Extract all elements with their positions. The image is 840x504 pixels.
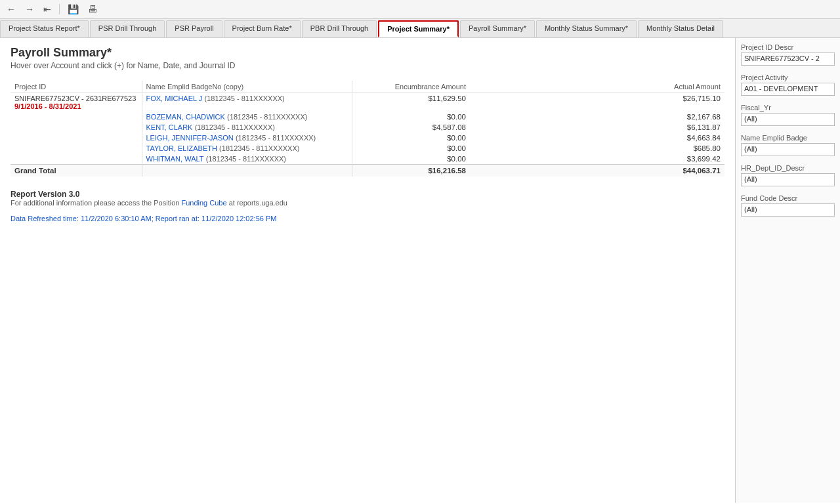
employee-name-cell-3: LEIGH, JENNIFER-JASON (1812345 - 811XXXX… [142, 133, 352, 143]
table-row: TAYLOR, ELIZABETH (1812345 - 811XXXXXX) … [10, 143, 724, 154]
employee-name-5[interactable]: WHITMAN, WALT [146, 155, 204, 163]
employee-name-0[interactable]: FOX, MICHAEL J [146, 94, 203, 102]
employee-name-2[interactable]: KENT, CLARK [146, 123, 193, 131]
employee-badge-1: (1812345 - 811XXXXXX) [227, 113, 307, 121]
tab-psr-drill-through[interactable]: PSR Drill Through [90, 20, 165, 37]
data-refreshed-text: Data Refreshed time: 11/2/2020 6:30:10 A… [10, 215, 724, 222]
tab-project-summary[interactable]: Project Summary* [378, 20, 459, 37]
filter-label-fiscal-yr: Fiscal_Yr [741, 104, 835, 112]
filter-value-project-id-descr[interactable]: SNIFARE677523CV - 2 [741, 52, 835, 66]
filter-label-project-activity: Project Activity [741, 74, 835, 81]
actual-cell-1: $2,167.68 [470, 112, 724, 122]
filter-label-name-emplid-badge: Name Emplid Badge [741, 134, 835, 142]
grand-total-encumbrance: $16,216.58 [352, 165, 470, 177]
actual-cell-3: $4,663.84 [470, 133, 724, 143]
filter-label-hr-dept-id-descr: HR_Dept_ID_Descr [741, 164, 835, 172]
table-header-row: Project ID Name Emplid BadgeNo (copy) En… [10, 81, 724, 93]
table-row: BOZEMAN, CHADWICK (1812345 - 811XXXXXX) … [10, 112, 724, 122]
forward-button[interactable]: → [22, 3, 37, 16]
project-id-empty-2 [10, 122, 142, 133]
project-date-range: 9/1/2016 - 8/31/2021 [14, 102, 138, 110]
employee-name-cell-0: FOX, MICHAEL J (1812345 - 811XXXXXX) [142, 93, 352, 112]
back-alt-button[interactable]: ⇤ [41, 3, 54, 16]
filter-name-emplid-badge: Name Emplid Badge (All) [741, 134, 835, 156]
col-header-encumbrance: Encumbrance Amount [352, 81, 470, 93]
employee-badge-4: (1812345 - 811XXXXXX) [219, 144, 299, 152]
employee-name-cell-5: WHITMAN, WALT (1812345 - 811XXXXXX) [142, 154, 352, 165]
filter-value-project-activity[interactable]: A01 - DEVELOPMENT [741, 83, 835, 96]
encumbrance-cell-5: $0.00 [352, 154, 470, 165]
filter-hr-dept-id-descr: HR_Dept_ID_Descr (All) [741, 164, 835, 186]
table-row: LEIGH, JENNIFER-JASON (1812345 - 811XXXX… [10, 133, 724, 143]
project-id-empty-1 [10, 112, 142, 122]
col-header-actual: Actual Amount [470, 81, 724, 93]
tab-payroll-summary[interactable]: Payroll Summary* [460, 20, 535, 37]
page-subtitle: Hover over Account and click (+) for Nam… [10, 61, 724, 70]
col-header-name-emplid: Name Emplid BadgeNo (copy) [142, 81, 352, 93]
actual-cell-4: $685.80 [470, 143, 724, 154]
filter-fiscal-yr: Fiscal_Yr (All) [741, 104, 835, 126]
employee-badge-3: (1812345 - 811XXXXXX) [236, 134, 316, 142]
filter-label-fund-code-descr: Fund Code Descr [741, 194, 835, 202]
grand-total-actual: $44,063.71 [470, 165, 724, 177]
project-id-empty-4 [10, 143, 142, 154]
tab-monthly-status-summary[interactable]: Monthly Status Summary* [536, 20, 637, 37]
employee-name-4[interactable]: TAYLOR, ELIZABETH [146, 144, 217, 152]
employee-name-cell-2: KENT, CLARK (1812345 - 811XXXXXX) [142, 122, 352, 133]
funding-cube-link[interactable]: Funding Cube [181, 199, 226, 207]
filter-project-id-descr: Project ID Descr SNIFARE677523CV - 2 [741, 43, 835, 66]
tab-psr-payroll[interactable]: PSR Payroll [166, 20, 222, 37]
grand-total-row: Grand Total $16,216.58 $44,063.71 [10, 165, 724, 177]
filter-value-hr-dept-id-descr[interactable]: (All) [741, 173, 835, 186]
payroll-table: Project ID Name Emplid BadgeNo (copy) En… [10, 81, 724, 177]
project-id-text: SNIFARE677523CV - 2631RE677523 [14, 94, 138, 102]
filter-value-fiscal-yr[interactable]: (All) [741, 113, 835, 126]
actual-cell-2: $6,131.87 [470, 122, 724, 133]
encumbrance-cell-1: $0.00 [352, 112, 470, 122]
save-button[interactable]: 💾 [65, 3, 81, 16]
grand-total-name-empty [142, 165, 352, 177]
note-suffix: at reports.uga.edu [227, 199, 287, 207]
note-prefix: For additional information please access… [10, 199, 181, 207]
table-row: SNIFARE677523CV - 2631RE677523 9/1/2016 … [10, 93, 724, 112]
table-row: KENT, CLARK (1812345 - 811XXXXXX) $4,587… [10, 122, 724, 133]
content-area: Payroll Summary* Hover over Account and … [0, 38, 735, 503]
filter-fund-code-descr: Fund Code Descr (All) [741, 194, 835, 217]
actual-cell-0: $26,715.10 [470, 93, 724, 112]
toolbar: ← → ⇤ 💾 🖶 [0, 0, 840, 19]
employee-badge-2: (1812345 - 811XXXXXX) [195, 123, 275, 131]
project-id-cell: SNIFARE677523CV - 2631RE677523 9/1/2016 … [10, 93, 142, 112]
employee-badge-0: (1812345 - 811XXXXXX) [204, 94, 284, 102]
encumbrance-cell-2: $4,587.08 [352, 122, 470, 133]
filter-value-name-emplid-badge[interactable]: (All) [741, 143, 835, 156]
tab-project-status-report[interactable]: Project Status Report* [0, 20, 89, 37]
tab-bar: Project Status Report* PSR Drill Through… [0, 19, 840, 38]
subtitle-text: Hover over Account and click (+) for Nam… [10, 61, 236, 70]
right-panel: Project ID Descr SNIFARE677523CV - 2 Pro… [735, 38, 840, 503]
employee-name-3[interactable]: LEIGH, JENNIFER-JASON [146, 134, 234, 142]
employee-badge-5: (1812345 - 811XXXXXX) [206, 155, 286, 163]
actual-cell-5: $3,699.42 [470, 154, 724, 165]
page-title: Payroll Summary* [10, 46, 724, 60]
tab-monthly-status-detail[interactable]: Monthly Status Detail [638, 20, 723, 37]
tab-project-burn-rate[interactable]: Project Burn Rate* [224, 20, 301, 37]
grand-total-label: Grand Total [10, 165, 142, 177]
report-note: For additional information please access… [10, 199, 724, 207]
filter-label-project-id-descr: Project ID Descr [741, 43, 835, 51]
toolbar-separator [59, 4, 60, 14]
table-row: WHITMAN, WALT (1812345 - 811XXXXXX) $0.0… [10, 154, 724, 165]
report-version: Report Version 3.0 [10, 190, 724, 199]
filter-value-fund-code-descr[interactable]: (All) [741, 203, 835, 217]
tab-pbr-drill-through[interactable]: PBR Drill Through [302, 20, 377, 37]
employee-name-cell-4: TAYLOR, ELIZABETH (1812345 - 811XXXXXX) [142, 143, 352, 154]
back-button[interactable]: ← [4, 3, 18, 16]
col-header-project-id: Project ID [10, 81, 142, 93]
employee-name-1[interactable]: BOZEMAN, CHADWICK [146, 113, 225, 121]
encumbrance-cell-3: $0.00 [352, 133, 470, 143]
report-info: Report Version 3.0 For additional inform… [10, 190, 724, 207]
print-button[interactable]: 🖶 [85, 3, 100, 16]
project-id-empty-5 [10, 154, 142, 165]
main-layout: Payroll Summary* Hover over Account and … [0, 38, 840, 503]
encumbrance-cell-0: $11,629.50 [352, 93, 470, 112]
employee-name-cell-1: BOZEMAN, CHADWICK (1812345 - 811XXXXXX) [142, 112, 352, 122]
